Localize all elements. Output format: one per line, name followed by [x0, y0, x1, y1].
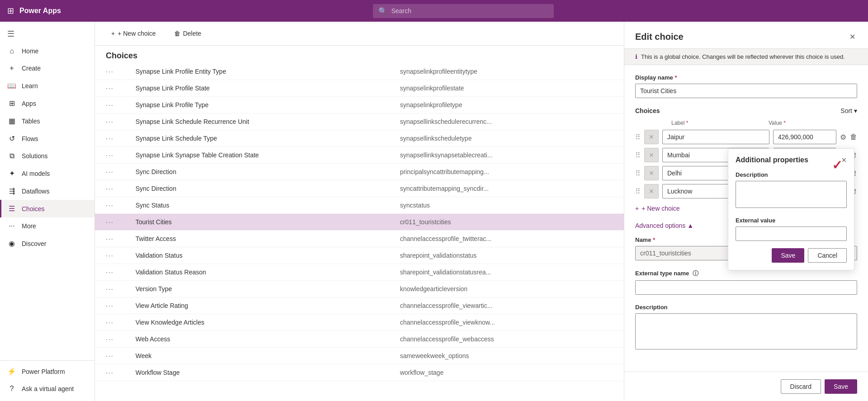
- table-row[interactable]: ··· Validation Status sharepoint_validat…: [95, 247, 624, 264]
- learn-icon: 📖: [7, 81, 16, 90]
- choice-color-picker[interactable]: ✕: [644, 148, 659, 162]
- description-textarea[interactable]: [635, 313, 857, 349]
- table-row[interactable]: ··· Week sameweekweek_options: [95, 348, 624, 364]
- row-dots[interactable]: ···: [95, 97, 125, 113]
- sidebar-collapse-button[interactable]: ☰: [0, 25, 94, 42]
- external-type-group: External type name ⓘ: [635, 269, 857, 295]
- new-choice-plus-icon: +: [635, 205, 639, 212]
- sidebar-item-dataflows[interactable]: ⇶ Dataflows: [0, 182, 94, 200]
- row-dots[interactable]: ···: [95, 63, 125, 80]
- external-type-input[interactable]: [635, 280, 857, 295]
- table-row[interactable]: ··· Twitter Access channelaccessprofile_…: [95, 231, 624, 247]
- discard-button[interactable]: Discard: [781, 379, 821, 394]
- sidebar-bottom: ⚡ Power Platform ? Ask a virtual agent: [0, 359, 94, 401]
- table-row[interactable]: ··· Synapse Link Profile Entity Type syn…: [95, 63, 624, 80]
- drag-handle-icon[interactable]: ⠿: [635, 133, 641, 142]
- choice-color-picker[interactable]: ✕: [644, 130, 659, 144]
- table-row[interactable]: ··· Sync Direction principalsyncattribut…: [95, 164, 624, 180]
- table-row[interactable]: ··· Sync Direction syncattributemapping_…: [95, 180, 624, 197]
- edit-panel: Edit choice ✕ ℹ This is a global choice.…: [624, 22, 868, 401]
- table-row[interactable]: ··· Synapse Link Synapse Table Creation …: [95, 147, 624, 164]
- row-dots[interactable]: ···: [95, 113, 125, 130]
- sidebar-item-choices[interactable]: ☰ Choices: [0, 200, 94, 217]
- row-name: View Knowledge Articles: [125, 314, 389, 331]
- edit-panel-close-button[interactable]: ✕: [848, 31, 857, 43]
- display-name-label: Display name *: [635, 74, 857, 81]
- search-input[interactable]: [391, 7, 548, 14]
- table-row[interactable]: ··· Synapse Link Schedule Type synapsell…: [95, 130, 624, 147]
- table-row[interactable]: ··· Workflow Stage workflow_stage: [95, 364, 624, 381]
- info-text: This is a global choice. Changes will be…: [641, 53, 845, 60]
- table-row[interactable]: ··· Validation Status Reason sharepoint_…: [95, 264, 624, 281]
- choice-settings-icon[interactable]: ⚙: [840, 133, 846, 142]
- ask-agent-icon: ?: [7, 385, 16, 393]
- delete-button[interactable]: 🗑 Delete: [169, 27, 207, 40]
- drag-handle-icon[interactable]: ⠿: [635, 169, 641, 178]
- new-choice-in-panel-button[interactable]: + + New choice: [635, 202, 680, 215]
- sidebar-item-apps[interactable]: ⊞ Apps: [0, 94, 94, 112]
- row-dots[interactable]: ···: [95, 130, 125, 147]
- choice-delete-icon[interactable]: 🗑: [850, 133, 857, 141]
- row-dots[interactable]: ···: [95, 281, 125, 297]
- drag-handle-icon[interactable]: ⠿: [635, 151, 641, 160]
- additional-props-footer: Save Cancel: [736, 248, 847, 263]
- row-dots[interactable]: ···: [95, 331, 125, 348]
- sidebar-item-discover[interactable]: ◉ Discover: [0, 235, 94, 252]
- row-dots[interactable]: ···: [95, 197, 125, 214]
- row-dots[interactable]: ···: [95, 297, 125, 314]
- choice-color-picker[interactable]: ✕: [644, 184, 659, 198]
- row-dots[interactable]: ···: [95, 348, 125, 364]
- table-row[interactable]: ··· Synapse Link Profile State synapseli…: [95, 80, 624, 97]
- row-dots[interactable]: ···: [95, 364, 125, 381]
- table-row[interactable]: ··· Synapse Link Profile Type synapselin…: [95, 97, 624, 113]
- row-dots[interactable]: ···: [95, 180, 125, 197]
- table-row[interactable]: ··· Sync Status syncstatus: [95, 197, 624, 214]
- sidebar-item-create[interactable]: + Create: [0, 60, 94, 77]
- row-dots[interactable]: ···: [95, 164, 125, 180]
- grid-icon[interactable]: ⊞: [7, 6, 14, 16]
- sidebar-item-flows[interactable]: ↺ Flows: [0, 130, 94, 147]
- additional-description-textarea[interactable]: [736, 181, 847, 208]
- choice-label-input[interactable]: [662, 130, 769, 144]
- additional-props-cancel-button[interactable]: Cancel: [808, 248, 847, 263]
- row-dots[interactable]: ···: [95, 231, 125, 247]
- new-choice-label: + New choice: [118, 30, 156, 37]
- additional-props-save-button[interactable]: Save: [772, 248, 804, 263]
- advanced-options-button[interactable]: Advanced options ▲: [635, 222, 693, 229]
- sidebar-item-power-platform[interactable]: ⚡ Power Platform: [0, 363, 94, 380]
- save-button[interactable]: Save: [825, 379, 857, 394]
- choice-value-input[interactable]: [773, 130, 836, 144]
- table-row[interactable]: ··· View Knowledge Articles channelacces…: [95, 314, 624, 331]
- table-row[interactable]: ··· Web Access channelaccessprofile_weba…: [95, 331, 624, 348]
- drag-handle-icon[interactable]: ⠿: [635, 187, 641, 196]
- row-dots[interactable]: ···: [95, 80, 125, 97]
- table-row[interactable]: ··· Tourist Cities cr011_touristcities: [95, 214, 624, 231]
- ai-models-icon: ✦: [7, 169, 16, 178]
- sidebar-item-tables[interactable]: ▦ Tables: [0, 112, 94, 130]
- new-choice-button[interactable]: + + New choice: [106, 27, 161, 40]
- choice-color-picker[interactable]: ✕: [644, 166, 659, 180]
- tables-icon: ▦: [7, 117, 16, 125]
- sidebar-item-home[interactable]: ⌂ Home: [0, 42, 94, 60]
- list-title: Choices: [106, 51, 137, 60]
- row-dots[interactable]: ···: [95, 314, 125, 331]
- toolbar: + + New choice 🗑 Delete: [95, 22, 624, 46]
- display-name-input[interactable]: [635, 84, 857, 98]
- sort-button[interactable]: Sort ▾: [840, 107, 857, 114]
- sidebar-item-ai-models[interactable]: ✦ AI models: [0, 165, 94, 182]
- main-layout: ☰ ⌂ Home + Create 📖 Learn ⊞ Apps ▦ Table…: [0, 22, 868, 401]
- table-row[interactable]: ··· Version Type knowledgearticleversion: [95, 281, 624, 297]
- external-value-input[interactable]: [736, 226, 847, 241]
- table-row[interactable]: ··· Synapse Link Schedule Recurrence Uni…: [95, 113, 624, 130]
- row-value: synapselinkprofilestate: [389, 80, 624, 97]
- row-dots[interactable]: ···: [95, 264, 125, 281]
- row-dots[interactable]: ···: [95, 247, 125, 264]
- table-row[interactable]: ··· View Article Rating channelaccesspro…: [95, 297, 624, 314]
- sidebar-item-more[interactable]: ··· More: [0, 217, 94, 235]
- sidebar-item-ask-agent[interactable]: ? Ask a virtual agent: [0, 380, 94, 397]
- sidebar-item-create-label: Create: [22, 65, 41, 72]
- row-dots[interactable]: ···: [95, 147, 125, 164]
- row-dots[interactable]: ···: [95, 214, 125, 231]
- sidebar-item-solutions[interactable]: ⧉ Solutions: [0, 147, 94, 165]
- sidebar-item-learn[interactable]: 📖 Learn: [0, 77, 94, 94]
